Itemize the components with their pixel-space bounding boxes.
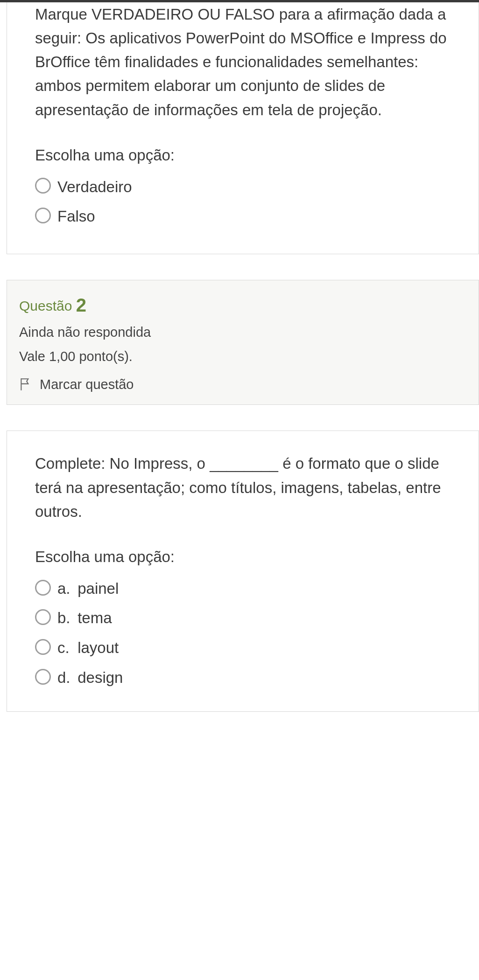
radio-true[interactable] xyxy=(35,178,51,194)
option-c[interactable]: c. layout xyxy=(35,633,465,663)
question-heading-prefix: Questão xyxy=(19,298,76,313)
option-b-letter: b. xyxy=(57,607,73,629)
option-c-label[interactable]: c. layout xyxy=(57,637,119,659)
option-a[interactable]: a. painel xyxy=(35,574,465,604)
flag-question-label: Marcar questão xyxy=(40,375,134,394)
radio-c[interactable] xyxy=(35,639,51,655)
option-c-letter: c. xyxy=(57,637,73,659)
option-b[interactable]: b. tema xyxy=(35,603,465,633)
option-a-text: painel xyxy=(77,580,119,597)
radio-b[interactable] xyxy=(35,609,51,625)
question-2-text: Complete: No Impress, o ________ é o for… xyxy=(35,452,465,523)
option-true-label[interactable]: Verdadeiro xyxy=(57,176,132,198)
question-1-text: Marque VERDADEIRO OU FALSO para a afirma… xyxy=(35,2,465,122)
question-1-prompt: Escolha uma opção: xyxy=(35,144,465,167)
question-1-body: Marque VERDADEIRO OU FALSO para a afirma… xyxy=(7,2,479,254)
option-false[interactable]: Falso xyxy=(35,202,465,231)
radio-d[interactable] xyxy=(35,669,51,685)
option-d-label[interactable]: d. design xyxy=(57,667,123,689)
option-b-text: tema xyxy=(77,609,112,626)
option-b-label[interactable]: b. tema xyxy=(57,607,112,629)
option-d-letter: d. xyxy=(57,667,73,689)
question-2-status: Ainda não respondida xyxy=(19,322,466,342)
option-c-text: layout xyxy=(77,639,119,656)
question-2-prompt: Escolha uma opção: xyxy=(35,546,465,568)
option-a-letter: a. xyxy=(57,577,73,600)
question-2-grade: Vale 1,00 ponto(s). xyxy=(19,347,466,366)
flag-question-button[interactable]: Marcar questão xyxy=(19,375,466,394)
option-d-text: design xyxy=(77,669,123,686)
radio-a[interactable] xyxy=(35,580,51,596)
radio-false[interactable] xyxy=(35,208,51,223)
question-1-options: Verdadeiro Falso xyxy=(35,172,465,232)
question-2-options: a. painel b. tema c. layout d. design xyxy=(35,574,465,693)
question-2-body: Complete: No Impress, o ________ é o for… xyxy=(7,431,479,712)
question-2-info: Questão 2 Ainda não respondida Vale 1,00… xyxy=(7,280,479,405)
flag-icon xyxy=(19,377,32,391)
question-2-heading: Questão 2 xyxy=(19,291,466,318)
question-number: 2 xyxy=(76,295,86,315)
option-true[interactable]: Verdadeiro xyxy=(35,172,465,202)
option-d[interactable]: d. design xyxy=(35,663,465,693)
option-a-label[interactable]: a. painel xyxy=(57,577,119,600)
option-false-label[interactable]: Falso xyxy=(57,205,95,228)
